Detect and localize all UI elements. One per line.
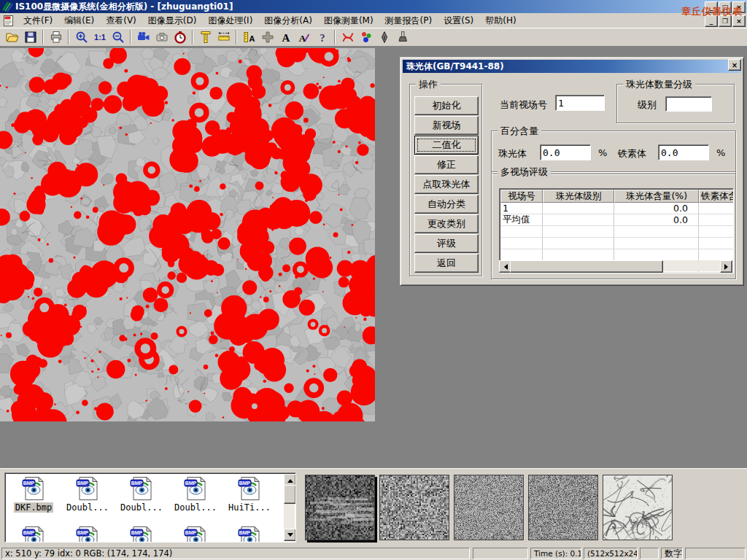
actual-size-button[interactable]: 1:1 bbox=[90, 29, 109, 45]
ruler-button[interactable] bbox=[214, 29, 233, 45]
rating-col-1[interactable]: 视场号 bbox=[500, 190, 543, 203]
file-item-3[interactable]: BMPDoubl... bbox=[115, 476, 169, 513]
file-vscrollbar[interactable] bbox=[284, 474, 295, 541]
particles-button[interactable] bbox=[357, 29, 375, 45]
thumbnail-4[interactable] bbox=[528, 475, 598, 540]
print-button[interactable] bbox=[47, 29, 65, 45]
current-field-input[interactable] bbox=[555, 95, 605, 111]
print-icon bbox=[49, 30, 63, 44]
file-item-row2-4[interactable]: BMP bbox=[169, 526, 222, 542]
file-item-row2-3[interactable]: BMP bbox=[115, 526, 169, 542]
caliper-button[interactable] bbox=[196, 29, 214, 45]
vscroll-thumb[interactable] bbox=[284, 485, 296, 504]
video-camera-icon bbox=[136, 30, 151, 44]
thumbnail-2[interactable] bbox=[379, 475, 449, 540]
menu-item-7[interactable]: 图像测量(M) bbox=[318, 13, 379, 28]
rating-row-5[interactable] bbox=[500, 249, 734, 261]
menu-item-2[interactable]: 编辑(E) bbox=[58, 13, 100, 28]
op-button-7[interactable]: 更改类别 bbox=[414, 214, 479, 233]
micrograph-image[interactable] bbox=[0, 48, 375, 421]
annotate-button[interactable]: A bbox=[295, 29, 313, 45]
timer-button[interactable] bbox=[171, 29, 189, 45]
menu-item-5[interactable]: 图像处理(I) bbox=[202, 13, 258, 28]
hscroll-right-button[interactable] bbox=[720, 260, 732, 273]
file-name: Doubl... bbox=[173, 502, 218, 513]
op-button-3[interactable]: 二值化 bbox=[414, 136, 479, 155]
rating-cell bbox=[699, 203, 734, 214]
ferrite-percent-input[interactable] bbox=[658, 144, 709, 160]
thumbnail-3[interactable] bbox=[454, 475, 524, 540]
svg-text:BMP: BMP bbox=[185, 481, 197, 486]
file-item-2[interactable]: BMPDoubl... bbox=[61, 476, 115, 513]
dialog-title-bar[interactable]: 珠光体(GB/T9441-88) bbox=[403, 60, 741, 73]
rating-row-2[interactable]: 平均值0.0 bbox=[500, 214, 734, 226]
camera-button[interactable] bbox=[152, 29, 171, 45]
video-camera-button[interactable] bbox=[134, 29, 152, 45]
svg-text:?: ? bbox=[320, 33, 325, 44]
pen-button[interactable] bbox=[375, 29, 393, 45]
rating-row-3[interactable] bbox=[500, 226, 734, 238]
file-item-1[interactable]: BMPDKF.bmp bbox=[7, 476, 61, 513]
rating-table-hscrollbar[interactable] bbox=[499, 260, 732, 271]
percent-group-label: 百分含量 bbox=[498, 125, 541, 138]
rating-col-4[interactable]: 铁素体含量(%) bbox=[699, 190, 734, 203]
op-button-9[interactable]: 返回 bbox=[414, 254, 479, 273]
op-button-5[interactable]: 点取珠光体 bbox=[414, 175, 479, 194]
dialog-close-button[interactable]: × bbox=[728, 59, 741, 71]
file-item-5[interactable]: BMPHuiTi... bbox=[222, 476, 276, 513]
menu-item-4[interactable]: 图像显示(D) bbox=[142, 13, 203, 28]
rating-cell: 1 bbox=[500, 203, 543, 214]
file-item-row2-1[interactable]: BMP bbox=[7, 526, 61, 542]
rating-row-4[interactable] bbox=[500, 238, 734, 249]
thumbnail-5[interactable] bbox=[603, 475, 673, 540]
hscroll-thumb[interactable] bbox=[510, 260, 663, 273]
ferrite-percent-label: 铁素体 bbox=[618, 147, 646, 160]
brand-watermark: 章丘仪器仪表 bbox=[681, 5, 743, 18]
brush-button[interactable] bbox=[393, 29, 411, 45]
op-button-6[interactable]: 自动分类 bbox=[414, 195, 479, 214]
menu-item-6[interactable]: 图像分析(A) bbox=[258, 13, 318, 28]
rating-row-1[interactable]: 10.0 bbox=[500, 203, 734, 214]
zoom-in-button[interactable] bbox=[72, 29, 90, 45]
merge-button[interactable] bbox=[258, 29, 276, 45]
rating-cell bbox=[699, 214, 734, 226]
curve-button[interactable] bbox=[338, 29, 357, 45]
rating-col-3[interactable]: 珠光体含量(%) bbox=[614, 190, 699, 203]
toolbar-separator bbox=[192, 30, 193, 44]
pearlite-percent-input[interactable] bbox=[540, 144, 591, 160]
file-name: DKF.bmp bbox=[14, 502, 54, 513]
file-name: Doubl... bbox=[65, 502, 110, 513]
rating-col-2[interactable]: 珠光体级别 bbox=[543, 190, 614, 203]
thumbnail-1[interactable] bbox=[305, 475, 375, 540]
file-item-row2-5[interactable]: BMP bbox=[222, 526, 276, 542]
file-item-4[interactable]: BMPDoubl... bbox=[169, 476, 222, 513]
bmp-file-icon: BMP bbox=[75, 526, 100, 542]
zoom-out-button[interactable] bbox=[109, 29, 127, 45]
menu-item-8[interactable]: 测量报告(P) bbox=[379, 13, 438, 28]
pearlite-percent-unit: % bbox=[598, 147, 607, 158]
op-button-8[interactable]: 评级 bbox=[414, 234, 479, 253]
measure-text-button[interactable]: A bbox=[240, 29, 258, 45]
pen-icon bbox=[377, 30, 392, 44]
status-empty-1 bbox=[473, 548, 528, 559]
camera-icon bbox=[155, 30, 169, 44]
op-button-2[interactable]: 新视场 bbox=[414, 116, 479, 135]
menu-item-10[interactable]: 帮助(H) bbox=[479, 13, 522, 28]
vscroll-down-button[interactable] bbox=[284, 529, 296, 541]
rating-cell bbox=[543, 249, 614, 261]
svg-text:BMP: BMP bbox=[131, 530, 143, 535]
text-button[interactable]: A bbox=[276, 29, 295, 45]
save-button[interactable] bbox=[21, 29, 39, 45]
file-item-row2-2[interactable]: BMP bbox=[61, 526, 115, 542]
rating-group: 多视场评级 视场号珠光体级别珠光体含量(%)铁素体含量(%)10.0平均值0.0 bbox=[491, 171, 736, 279]
grade-input[interactable] bbox=[665, 96, 712, 112]
help-button[interactable]: ? bbox=[313, 29, 331, 45]
rating-cell bbox=[699, 238, 734, 249]
op-button-1[interactable]: 初始化 bbox=[414, 96, 479, 115]
menu-item-1[interactable]: 文件(F) bbox=[18, 13, 58, 28]
menu-item-9[interactable]: 设置(S) bbox=[438, 13, 479, 28]
operation-group: 操作 初始化新视场二值化修正点取珠光体自动分类更改类别评级返回 bbox=[409, 84, 482, 276]
op-button-4[interactable]: 修正 bbox=[414, 155, 479, 174]
menu-item-3[interactable]: 查看(V) bbox=[100, 13, 142, 28]
open-folder-button[interactable] bbox=[3, 29, 21, 45]
